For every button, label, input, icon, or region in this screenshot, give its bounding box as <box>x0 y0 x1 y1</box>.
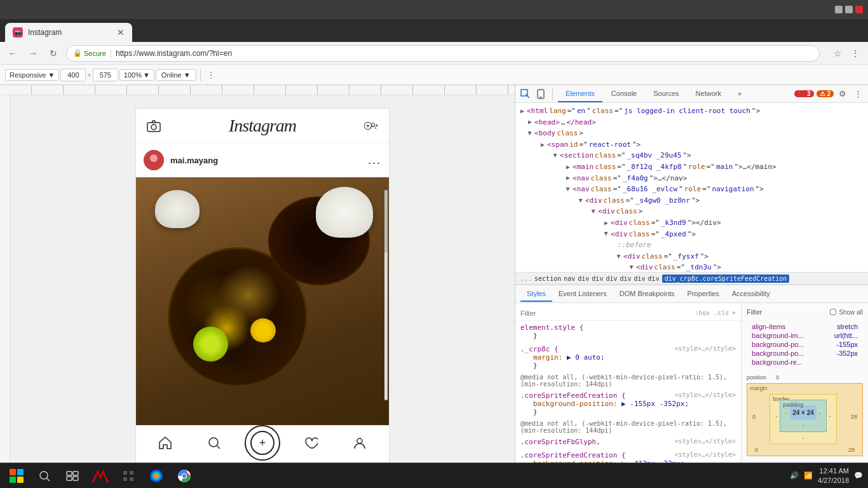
network-icon[interactable]: 📶 <box>804 471 813 480</box>
tab-elements[interactable]: Elements <box>558 86 602 102</box>
html-line-14[interactable]: ▶ <div class="_tdn3u"> <box>515 262 868 272</box>
taskview-btn[interactable] <box>61 464 84 487</box>
event-listeners-tab[interactable]: Event Listeners <box>552 287 613 302</box>
tab-sources[interactable]: Sources <box>646 86 686 102</box>
breadcrumb-selected[interactable]: div_crp8c.coreSpriteFeedCreation <box>662 274 790 283</box>
devtools-bottom: Styles Event Listeners DOM Breakpoints P… <box>515 285 868 463</box>
chrome-taskbar-btn[interactable] <box>173 464 196 487</box>
html-line-4[interactable]: ▶ <span id="react-root"> <box>515 139 868 151</box>
breadcrumb-item-5[interactable]: div <box>606 275 617 282</box>
taskbar-search-btn[interactable] <box>33 464 56 487</box>
html-line-6[interactable]: ▶ <main class="_8f12q _4kfp8" role="main… <box>515 161 868 173</box>
minimize-btn[interactable] <box>835 6 843 13</box>
error-badge: 🚫 3 <box>794 90 813 97</box>
online-btn[interactable]: Online ▼ <box>156 69 196 81</box>
breadcrumb-item-2[interactable]: nav <box>564 275 575 282</box>
online-arrow: ▼ <box>184 71 191 79</box>
notification-icon[interactable]: 💬 <box>854 471 863 480</box>
computed-bg-img: background-im... url(htt... <box>752 331 858 340</box>
volume-icon[interactable]: 🔊 <box>790 471 799 480</box>
asus-taskbar-btn[interactable] <box>89 464 112 487</box>
html-line-11[interactable]: ▶ <div class="_k3nd9"></div> <box>515 217 868 229</box>
breadcrumb-item-4[interactable]: div <box>592 275 603 282</box>
add-post-btn[interactable] <box>363 118 379 133</box>
search-nav-btn[interactable] <box>202 431 226 455</box>
add-nav-btn[interactable]: + <box>250 431 275 455</box>
html-line-9[interactable]: ▶ <div class="_s4gw0 _bz8nr "> <box>515 195 868 207</box>
svg-point-6 <box>372 123 375 126</box>
html-line-1[interactable]: ▶ <html lang="en" class="js logged-in cl… <box>515 105 868 117</box>
html-line-7[interactable]: ▶ <nav class="_f4a0g">…</nav> <box>515 173 868 184</box>
breadcrumb-item-3[interactable]: div <box>578 275 589 282</box>
taskbar-apps-btn[interactable] <box>117 464 140 487</box>
inspect-element-btn[interactable] <box>519 88 532 100</box>
styles-filter-input[interactable] <box>520 309 692 317</box>
maximize-btn[interactable] <box>845 6 853 13</box>
tab-network[interactable]: Network <box>688 86 729 102</box>
breadcrumb-item-6[interactable]: div <box>620 275 631 282</box>
margin-box: margin 0 border - padding <box>747 383 863 456</box>
accessibility-tab[interactable]: Accessibility <box>726 287 776 302</box>
html-line-8[interactable]: ▶ <nav class="_68u16 _evlcw" role="navig… <box>515 184 868 195</box>
triangle-icon: ▶ <box>566 162 570 172</box>
html-line-10[interactable]: ▶ <div class> <box>515 206 868 217</box>
html-line-5[interactable]: ▶ <section class="_sq4bv _29u45"> <box>515 150 868 161</box>
tab-more[interactable]: » <box>730 86 749 102</box>
reload-button[interactable]: ↻ <box>46 46 61 61</box>
mobile-emulation-btn[interactable] <box>534 88 547 100</box>
html-tree[interactable]: ▶ <html lang="en" class="js logged-in cl… <box>515 103 868 272</box>
camera-icon[interactable] <box>146 118 161 133</box>
margin-top: 0 <box>755 447 758 453</box>
image-scrollbar[interactable] <box>384 190 388 401</box>
close-btn[interactable] <box>855 6 863 13</box>
home-nav-btn[interactable] <box>153 431 177 455</box>
height-input[interactable] <box>93 69 118 81</box>
profile-nav-btn[interactable] <box>348 431 372 455</box>
properties-tab[interactable]: Properties <box>681 287 726 302</box>
styles-tab[interactable]: Styles <box>520 287 552 302</box>
html-line-12[interactable]: ▶ <div class="_4pxed"> <box>515 229 868 240</box>
zoom-btn[interactable]: 100% ▼ <box>119 69 154 81</box>
add-style-btn[interactable]: + <box>731 309 736 317</box>
html-line-13[interactable]: ▶ <div class="_fysxf"> <box>515 251 868 262</box>
more-btn[interactable]: ⋮ <box>207 71 215 79</box>
triangle-icon: ▶ <box>576 199 586 203</box>
tab-close-btn[interactable]: ✕ <box>117 27 125 37</box>
forward-button[interactable]: → <box>25 46 41 61</box>
responsive-btn[interactable]: Responsive ▼ <box>5 69 59 81</box>
show-all-checkbox[interactable] <box>830 309 836 315</box>
back-button[interactable]: ← <box>5 46 20 61</box>
breadcrumb-item-1[interactable]: section <box>534 275 561 282</box>
menu-icon[interactable]: ⋮ <box>848 46 863 61</box>
user-avatar[interactable] <box>144 150 164 170</box>
start-btn[interactable] <box>5 464 28 487</box>
bookmark-icon[interactable]: ☆ <box>830 46 845 61</box>
svg-rect-21 <box>17 477 24 483</box>
heart-nav-btn[interactable] <box>299 431 323 455</box>
firefox-taskbar-btn[interactable] <box>145 464 168 487</box>
filter-bar: :hov .cls + <box>515 306 741 321</box>
taskbar-time[interactable]: 12:41 AM 4/27/2018 <box>818 466 849 485</box>
devtools-settings-btn[interactable]: ⚙ <box>836 88 849 100</box>
browser-tab-instagram[interactable]: 📷 Instagram ✕ <box>5 23 132 42</box>
html-line-before[interactable]: ::before <box>515 240 868 251</box>
svg-rect-18 <box>10 469 16 475</box>
dom-breakpoints-tab[interactable]: DOM Breakpoints <box>613 287 681 302</box>
ruler-top <box>0 85 515 95</box>
url-bar[interactable]: 🔒 Secure | https://www.instagram.com/?hl… <box>66 45 820 62</box>
breadcrumb-item-7[interactable]: div <box>634 275 646 282</box>
post-more-btn[interactable]: ... <box>368 154 381 167</box>
html-line-2[interactable]: ▶ <head>…</head> <box>515 117 868 128</box>
svg-rect-26 <box>67 477 72 480</box>
bottom-nav-bar: + <box>136 425 389 459</box>
devtools-more-btn[interactable]: ⋮ <box>851 88 864 100</box>
post-username: mai.mayang <box>170 156 362 165</box>
width-input[interactable] <box>60 69 86 81</box>
hov-cls-label[interactable]: :hov .cls <box>695 309 729 316</box>
border-left: - <box>775 413 777 419</box>
tab-console[interactable]: Console <box>604 86 644 102</box>
html-line-3[interactable]: ▶ <body class> <box>515 128 868 139</box>
viewport-with-ruler: Instagram <box>0 95 515 463</box>
instagram-favicon: 📷 <box>13 27 23 37</box>
breadcrumb-item-8[interactable]: div <box>648 275 660 282</box>
